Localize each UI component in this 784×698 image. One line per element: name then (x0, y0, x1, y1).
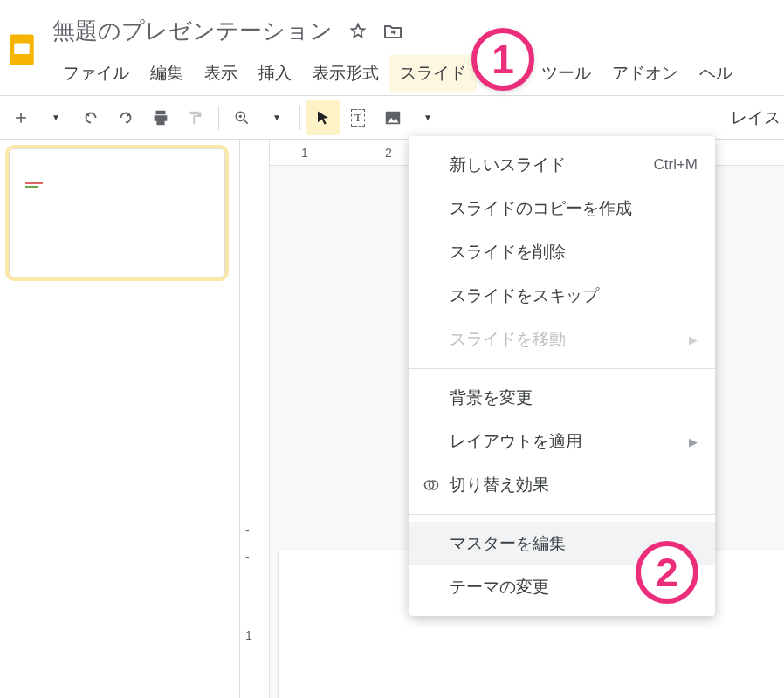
move-to-folder-icon[interactable] (382, 20, 404, 43)
menuitem-skip-slide[interactable]: スライドをスキップ (409, 274, 715, 318)
menuitem-change-background[interactable]: 背景を変更 (409, 376, 715, 420)
zoom-button[interactable] (224, 100, 259, 135)
paint-format-button[interactable] (178, 100, 213, 135)
menu-insert[interactable]: 挿入 (248, 55, 302, 92)
svg-rect-1 (14, 44, 30, 55)
menuitem-label: 背景を変更 (450, 387, 533, 409)
menubar: ファイル 編集 表示 挿入 表示形式 スライド 配置 ツール アドオン ヘル (44, 55, 784, 92)
menuitem-label: テーマの変更 (450, 576, 549, 599)
select-tool[interactable] (306, 100, 340, 135)
menuitem-transition[interactable]: 切り替え効果 (409, 463, 715, 507)
menuitem-label: レイアウトを適用 (450, 430, 582, 453)
redo-button[interactable] (108, 100, 143, 135)
menuitem-label: スライドを移動 (450, 328, 566, 351)
menuitem-move-slide: スライドを移動 ▶ (409, 318, 715, 361)
menuitem-label: スライドのコピーを作成 (450, 197, 632, 220)
textbox-tool[interactable]: T (340, 100, 375, 135)
menu-help[interactable]: ヘル (689, 55, 743, 92)
menu-tools[interactable]: ツール (531, 55, 602, 92)
new-slide-dropdown[interactable]: ▼ (38, 100, 73, 135)
print-button[interactable] (143, 100, 178, 135)
zoom-dropdown[interactable]: ▼ (259, 100, 294, 135)
menuitem-label: 切り替え効果 (450, 474, 549, 496)
menuitem-apply-layout[interactable]: レイアウトを適用 ▶ (409, 420, 715, 463)
menuitem-new-slide[interactable]: 新しいスライド Ctrl+M (409, 143, 715, 187)
menuitem-copy-slide[interactable]: スライドのコピーを作成 (409, 187, 715, 230)
annotation-badge-1: 1 (471, 28, 534, 91)
menu-divider (409, 368, 715, 369)
menuitem-label: 新しいスライド (450, 154, 566, 176)
image-tool[interactable] (375, 100, 410, 135)
menu-edit[interactable]: 編集 (140, 55, 194, 92)
submenu-arrow-icon: ▶ (689, 435, 698, 448)
slide-thumbnail-panel (0, 140, 240, 698)
slides-app-icon (0, 33, 44, 92)
toolbar: ▼ ▼ T ▼ レイス (0, 96, 784, 140)
menuitem-label: マスターを編集 (450, 532, 566, 555)
menu-view[interactable]: 表示 (194, 55, 248, 92)
menuitem-delete-slide[interactable]: スライドを削除 (409, 230, 715, 274)
menu-slide[interactable]: スライド (389, 55, 477, 92)
transition-icon (422, 476, 441, 495)
layout-button[interactable]: レイス (731, 106, 784, 129)
menuitem-label: スライドを削除 (450, 241, 566, 263)
doc-title[interactable]: 無題のプレゼンテーション (44, 12, 340, 50)
new-slide-button[interactable] (3, 100, 38, 135)
menu-format[interactable]: 表示形式 (302, 55, 389, 92)
menu-file[interactable]: ファイル (52, 55, 140, 92)
vertical-ruler: - - 1 (240, 140, 270, 698)
submenu-arrow-icon: ▶ (689, 333, 698, 346)
star-icon[interactable] (347, 20, 369, 43)
slide-thumbnail-1[interactable] (9, 148, 225, 277)
menuitem-label: スライドをスキップ (450, 284, 599, 307)
menu-addons[interactable]: アドオン (602, 55, 689, 92)
annotation-badge-2: 2 (636, 541, 698, 604)
undo-button[interactable] (73, 100, 108, 135)
menuitem-shortcut: Ctrl+M (653, 156, 698, 174)
menu-divider (409, 514, 715, 515)
image-dropdown[interactable]: ▼ (410, 100, 445, 135)
